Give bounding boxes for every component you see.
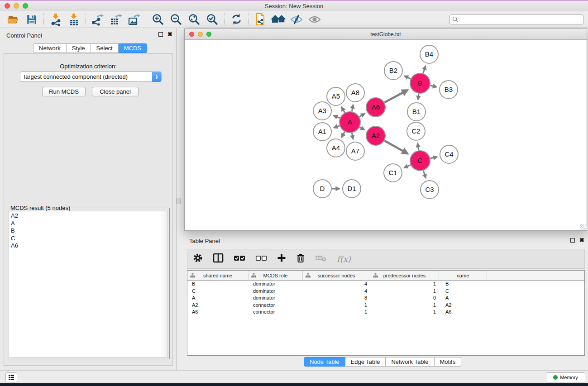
scrollbar-track[interactable] xyxy=(162,211,167,357)
toggle-columns-button[interactable] xyxy=(213,253,224,265)
window-resize-grip[interactable] xyxy=(580,224,586,230)
table-row[interactable]: A6connector11A6 xyxy=(187,309,584,316)
graph-node-A7[interactable]: A7 xyxy=(346,142,364,160)
graph-edge-A-A2[interactable] xyxy=(359,127,364,130)
export-network-button[interactable] xyxy=(89,12,107,27)
graph-node-A8[interactable]: A8 xyxy=(346,84,364,102)
close-panel-icon[interactable]: ✖ xyxy=(167,32,172,37)
graph-node-D[interactable]: D xyxy=(313,180,331,198)
tab-network-table[interactable]: Network Table xyxy=(386,357,434,367)
splitpane-divider-grip[interactable] xyxy=(177,198,181,204)
graph-node-A4[interactable]: A4 xyxy=(327,139,345,157)
tab-style[interactable]: Style xyxy=(67,43,91,53)
table-row[interactable]: Cdominator41C xyxy=(187,288,584,295)
memory-button[interactable]: Memory xyxy=(546,372,585,382)
optimization-criterion-select[interactable]: largest connected component (directed) ▲… xyxy=(20,71,162,82)
column-header-name[interactable]: name xyxy=(439,271,487,280)
tab-select[interactable]: Select xyxy=(91,43,119,53)
search-input[interactable] xyxy=(449,14,583,24)
graph-node-B1[interactable]: B1 xyxy=(407,103,425,121)
mcds-result-item[interactable]: A2 xyxy=(11,212,167,220)
float-table-panel-icon[interactable] xyxy=(570,238,575,243)
graph-edge-C-C1[interactable] xyxy=(404,165,411,167)
graph-node-C4[interactable]: C4 xyxy=(440,145,458,163)
add-column-button[interactable] xyxy=(277,253,286,264)
graph-node-B[interactable]: B xyxy=(410,73,430,93)
run-mcds-button[interactable]: Run MCDS xyxy=(42,87,86,96)
graph-node-C2[interactable]: C2 xyxy=(407,122,425,140)
close-panel-button[interactable]: Close panel xyxy=(92,87,139,96)
tab-motifs[interactable]: Motifs xyxy=(435,357,462,367)
mcds-result-item[interactable]: B xyxy=(11,227,167,235)
show-all-button[interactable] xyxy=(269,12,287,27)
graph-edge-A2-C[interactable] xyxy=(384,141,408,154)
graph-edge-C-C3[interactable] xyxy=(423,171,425,178)
close-table-panel-icon[interactable]: ✖ xyxy=(579,238,584,243)
network-graph-canvas[interactable]: AA1A2A3A4A5A6A7A8BB1B2B3B4CC1C2C3C4DD1 xyxy=(185,40,587,230)
graph-edge-A-A7[interactable] xyxy=(352,133,353,139)
graph-node-A5[interactable]: A5 xyxy=(327,87,345,105)
graph-node-C3[interactable]: C3 xyxy=(421,181,439,199)
import-table-button[interactable] xyxy=(65,12,83,27)
graph-edge-C-C2[interactable] xyxy=(418,143,419,150)
tab-edge-table[interactable]: Edge Table xyxy=(345,357,386,367)
import-network-button[interactable] xyxy=(47,12,65,27)
column-header-successor-nodes[interactable]: successor nodes xyxy=(303,271,370,280)
column-header-predecessor-nodes[interactable]: predecessor nodes xyxy=(370,271,439,280)
open-session-button[interactable] xyxy=(5,12,23,27)
zoom-in-button[interactable] xyxy=(149,12,167,27)
mcds-result-list[interactable]: A2ABCA6 xyxy=(9,211,168,357)
graph-edge-A6-B[interactable] xyxy=(384,90,407,103)
mcds-result-item[interactable]: A6 xyxy=(11,242,167,250)
graph-edge-A-A3[interactable] xyxy=(334,115,340,118)
new-network-from-selection-button[interactable] xyxy=(251,12,269,27)
main-titlebar[interactable]: Session: New Session xyxy=(0,1,588,11)
tab-mcds[interactable]: MCDS xyxy=(119,43,147,53)
delete-columns-button[interactable] xyxy=(296,253,305,265)
table-row[interactable]: A2connector11A2 xyxy=(187,302,584,309)
network-window-titlebar[interactable]: testGlobe.txt xyxy=(185,29,587,40)
graph-edge-B-B1[interactable] xyxy=(418,94,419,100)
deselect-all-rows-button[interactable] xyxy=(255,254,267,263)
column-header-shared-name[interactable]: shared name xyxy=(187,271,249,280)
table-row[interactable]: Adominator80A xyxy=(187,295,584,302)
zoom-out-button[interactable] xyxy=(167,12,185,27)
select-all-rows-button[interactable] xyxy=(234,254,245,263)
function-builder-button[interactable]: f(x) xyxy=(337,254,351,264)
graph-edge-A-A5[interactable] xyxy=(342,107,345,113)
graph-edge-B-B2[interactable] xyxy=(404,76,411,79)
export-image-button[interactable] xyxy=(125,12,143,27)
graph-node-A3[interactable]: A3 xyxy=(313,102,331,120)
graph-node-C[interactable]: C xyxy=(410,151,430,171)
table-settings-button[interactable] xyxy=(193,253,203,265)
graph-node-A1[interactable]: A1 xyxy=(313,123,331,141)
table-row[interactable]: Bdominator41B xyxy=(187,281,584,288)
refresh-button[interactable] xyxy=(227,12,245,27)
graph-edge-A-A6[interactable] xyxy=(359,114,365,117)
graph-edge-A-A8[interactable] xyxy=(352,105,353,112)
graph-node-B4[interactable]: B4 xyxy=(420,45,438,63)
hide-graphics-details-button[interactable] xyxy=(287,12,306,27)
graph-node-B2[interactable]: B2 xyxy=(384,62,402,80)
zoom-fit-button[interactable] xyxy=(185,12,203,27)
mcds-result-item[interactable]: C xyxy=(11,235,167,243)
graph-edge-B-B3[interactable] xyxy=(430,86,436,87)
save-session-button[interactable] xyxy=(23,12,41,27)
float-panel-icon[interactable] xyxy=(158,32,163,37)
graph-edge-A-A1[interactable] xyxy=(334,126,340,128)
delete-table-button[interactable] xyxy=(315,254,327,264)
graph-node-C1[interactable]: C1 xyxy=(384,164,402,182)
graph-node-D1[interactable]: D1 xyxy=(343,180,361,198)
export-table-button[interactable] xyxy=(107,12,125,27)
graph-edge-A-A4[interactable] xyxy=(342,132,345,137)
show-panels-menu-button[interactable] xyxy=(5,372,17,382)
graph-edge-B-B4[interactable] xyxy=(423,66,425,73)
graph-node-A6[interactable]: A6 xyxy=(366,98,385,117)
graph-node-B3[interactable]: B3 xyxy=(440,81,458,99)
mcds-result-item[interactable]: A xyxy=(11,220,167,228)
tab-node-table[interactable]: Node Table xyxy=(304,357,345,367)
graph-edge-C-C4[interactable] xyxy=(430,157,437,158)
zoom-selected-button[interactable] xyxy=(203,12,221,27)
graph-node-A2[interactable]: A2 xyxy=(366,126,385,145)
graph-node-A[interactable]: A xyxy=(339,112,360,133)
